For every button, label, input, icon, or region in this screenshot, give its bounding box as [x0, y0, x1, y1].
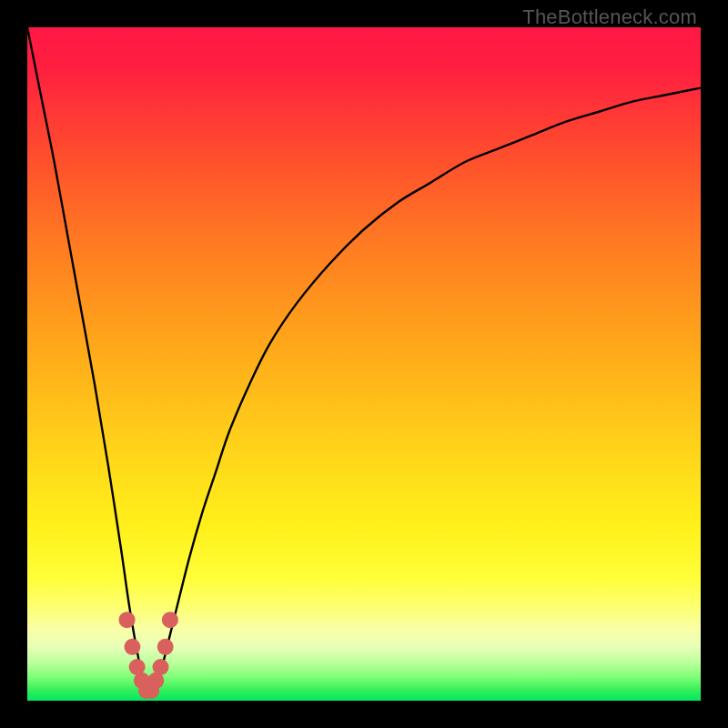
watermark-text: TheBottleneck.com	[522, 5, 697, 29]
outer-frame: TheBottleneck.com	[0, 0, 728, 728]
bottleneck-curve	[27, 27, 701, 694]
highlight-dot	[153, 659, 169, 675]
highlight-dots	[119, 612, 178, 699]
highlight-dot	[157, 639, 174, 655]
highlight-dot	[124, 639, 140, 655]
highlight-dot	[162, 612, 178, 628]
curve-layer	[27, 27, 701, 701]
highlight-dot	[119, 612, 136, 628]
plot-area	[27, 27, 701, 701]
